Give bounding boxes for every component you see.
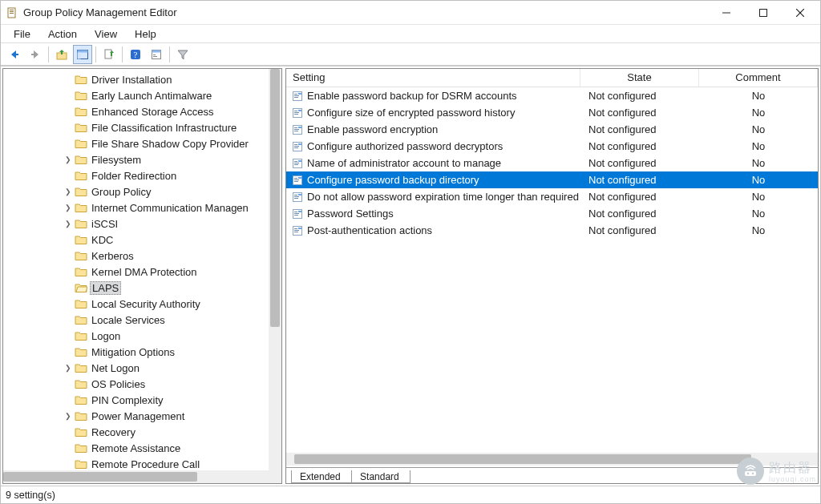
expander-icon[interactable]: ❯: [63, 155, 74, 163]
tree-item[interactable]: Mitigation Options: [3, 344, 281, 360]
folder-icon: [74, 106, 88, 117]
setting-row[interactable]: Name of administrator account to manageN…: [286, 155, 818, 171]
minimize-button[interactable]: [708, 1, 745, 25]
tree-horizontal-scrollbar[interactable]: [3, 470, 281, 483]
svg-rect-9: [31, 54, 35, 55]
folder-icon: [74, 154, 88, 165]
tree-item[interactable]: LAPS: [3, 280, 281, 296]
policy-icon: [291, 191, 304, 204]
tree[interactable]: Driver Installation Early Launch Antimal…: [3, 69, 281, 470]
svg-text:?: ?: [134, 50, 138, 59]
up-level-button[interactable]: [52, 45, 71, 64]
tree-item-label: Early Launch Antimalware: [90, 90, 214, 102]
tree-item[interactable]: Locale Services: [3, 312, 281, 328]
svg-rect-39: [294, 147, 298, 148]
tree-item[interactable]: PIN Complexity: [3, 392, 281, 408]
setting-state: Not configured: [580, 107, 699, 119]
tree-item[interactable]: Folder Redirection: [3, 167, 281, 183]
tree-item-label: Kernel DMA Protection: [90, 266, 200, 278]
tree-item-label: Group Policy: [90, 186, 153, 198]
tab-extended[interactable]: Extended: [291, 470, 352, 483]
column-header-state[interactable]: State: [580, 69, 699, 87]
menu-view[interactable]: View: [87, 26, 125, 42]
column-header-comment[interactable]: Comment: [699, 69, 818, 87]
svg-rect-52: [294, 195, 297, 196]
show-hide-tree-button[interactable]: [73, 45, 92, 64]
nav-back-button[interactable]: [5, 45, 24, 64]
tree-item[interactable]: ❯ Internet Communication Managen: [3, 200, 281, 216]
tree-vertical-scrollbar[interactable]: [269, 69, 281, 470]
tab-standard[interactable]: Standard: [351, 470, 410, 483]
tree-item[interactable]: ❯ Net Logon: [3, 360, 281, 376]
window-title: Group Policy Management Editor: [23, 6, 708, 18]
svg-rect-63: [294, 230, 299, 231]
svg-rect-50: [298, 177, 301, 179]
tree-item[interactable]: ❯ Filesystem: [3, 151, 281, 167]
tree-panel: Driver Installation Early Launch Antimal…: [2, 68, 282, 484]
svg-rect-1: [10, 10, 14, 10]
svg-rect-12: [78, 50, 88, 52]
folder-icon: [74, 266, 88, 277]
folder-icon: [74, 218, 88, 229]
setting-row[interactable]: Password SettingsNot configuredNo: [286, 205, 818, 222]
expander-icon[interactable]: ❯: [63, 204, 74, 212]
tree-item[interactable]: Remote Procedure Call: [3, 456, 281, 470]
setting-row[interactable]: Configure authorized password decryptors…: [286, 138, 818, 155]
tree-item[interactable]: ❯ Group Policy: [3, 183, 281, 200]
svg-rect-47: [294, 178, 297, 179]
menu-file[interactable]: File: [6, 26, 38, 42]
export-list-button[interactable]: [99, 45, 119, 64]
toolbar-divider: [95, 46, 96, 62]
app-icon: [6, 6, 18, 19]
tree-item[interactable]: Driver Installation: [3, 71, 281, 87]
maximize-button[interactable]: [745, 1, 782, 25]
help-button[interactable]: ?: [126, 45, 145, 64]
tree-item[interactable]: File Classification Infrastructure: [3, 119, 281, 135]
statusbar: 9 setting(s): [1, 486, 820, 503]
svg-rect-27: [294, 111, 297, 111]
setting-row[interactable]: Do not allow password expiration time lo…: [286, 188, 818, 205]
tree-item[interactable]: Remote Assistance: [3, 440, 281, 456]
menu-action[interactable]: Action: [40, 26, 85, 42]
tree-item[interactable]: OS Policies: [3, 376, 281, 392]
setting-row[interactable]: Configure password backup directoryNot c…: [286, 171, 818, 188]
filter-button[interactable]: [173, 45, 192, 64]
setting-name: Enable password backup for DSRM accounts: [307, 90, 517, 102]
setting-comment: No: [699, 140, 818, 152]
tree-item[interactable]: File Share Shadow Copy Provider: [3, 135, 281, 151]
setting-row[interactable]: Enable password encryptionNot configured…: [286, 121, 818, 138]
setting-name: Password Settings: [307, 208, 394, 220]
tree-item[interactable]: Kernel DMA Protection: [3, 264, 281, 280]
tree-item[interactable]: Recovery: [3, 424, 281, 440]
setting-comment: No: [699, 208, 818, 220]
tree-item[interactable]: Early Launch Antimalware: [3, 87, 281, 103]
folder-icon: [74, 378, 88, 389]
setting-state: Not configured: [580, 208, 699, 220]
properties-button[interactable]: [147, 45, 166, 64]
column-header-setting[interactable]: Setting: [286, 69, 580, 87]
tree-item[interactable]: Local Security Authority: [3, 296, 281, 312]
tree-item[interactable]: KDC: [3, 232, 281, 248]
expander-icon[interactable]: ❯: [63, 412, 74, 420]
tree-item[interactable]: Logon: [3, 328, 281, 344]
close-button[interactable]: [782, 1, 819, 25]
setting-row[interactable]: Configure size of encrypted password his…: [286, 104, 818, 121]
tree-item-label: Mitigation Options: [90, 346, 177, 358]
tree-item[interactable]: Enhanced Storage Access: [3, 103, 281, 119]
policy-icon: [291, 107, 304, 119]
column-headers: Setting State Comment: [286, 69, 818, 87]
tree-item[interactable]: ❯ iSCSI: [3, 216, 281, 232]
menu-help[interactable]: Help: [127, 26, 164, 42]
expander-icon[interactable]: ❯: [63, 364, 74, 372]
tree-item-label: Remote Procedure Call: [90, 458, 202, 470]
expander-icon[interactable]: ❯: [63, 220, 74, 228]
expander-icon[interactable]: ❯: [63, 187, 74, 196]
tree-item[interactable]: ❯ Power Management: [3, 408, 281, 424]
settings-list[interactable]: Enable password backup for DSRM accounts…: [286, 87, 818, 453]
tree-item[interactable]: Kerberos: [3, 248, 281, 264]
setting-row[interactable]: Post-authentication actionsNot configure…: [286, 222, 818, 239]
setting-row[interactable]: Enable password backup for DSRM accounts…: [286, 87, 818, 104]
list-horizontal-scrollbar[interactable]: [286, 453, 818, 466]
setting-name: Do not allow password expiration time lo…: [307, 191, 580, 203]
nav-forward-button[interactable]: [26, 45, 45, 64]
